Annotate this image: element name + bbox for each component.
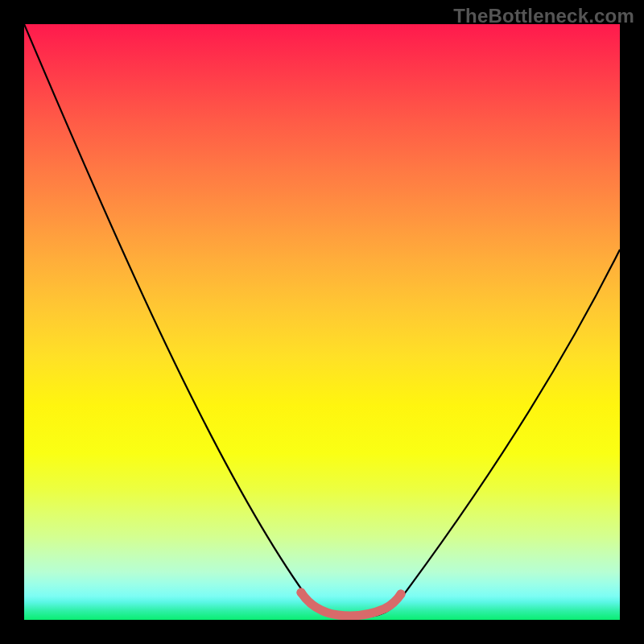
bottleneck-curve [24, 24, 620, 620]
trough-dot-right [397, 590, 406, 599]
plot-area [24, 24, 620, 620]
chart-frame: TheBottleneck.com [0, 0, 644, 644]
watermark-text: TheBottleneck.com [453, 5, 634, 27]
curve-path [24, 24, 620, 617]
trough-highlight [301, 592, 401, 616]
trough-dot-left [297, 588, 306, 597]
